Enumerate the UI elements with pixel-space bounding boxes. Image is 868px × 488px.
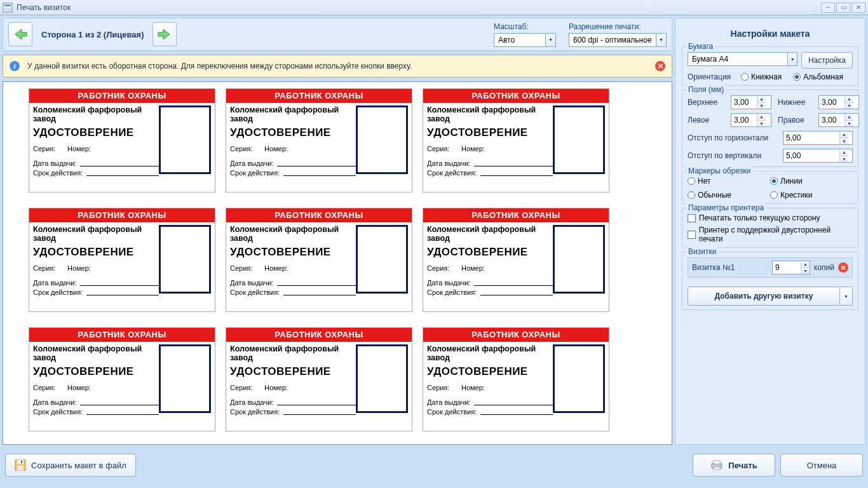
print-current-side-check[interactable]: Печатать только текущую сторону	[688, 214, 820, 222]
card-header: РАБОТНИК ОХРАНЫ	[29, 89, 215, 103]
titlebar: Печать визиток ─ ▭ ✕	[0, 0, 868, 15]
margin-left-input[interactable]: ▲▼	[731, 113, 771, 127]
voffset-label: Отступ по вертикали	[688, 151, 783, 160]
floppy-icon	[15, 459, 26, 471]
svg-point-10	[720, 464, 721, 466]
maximize-button[interactable]: ▭	[836, 3, 850, 13]
scale-dropdown[interactable]: Авто ▼	[494, 33, 556, 47]
paper-value: Бумага А4	[688, 52, 788, 66]
card-company: Коломенский фарфоровый завод	[33, 105, 159, 123]
preview-card: РАБОТНИК ОХРАНЫКоломенский фарфоровый за…	[423, 327, 609, 431]
card-header: РАБОТНИК ОХРАНЫ	[226, 328, 412, 342]
prev-side-button[interactable]	[8, 22, 32, 46]
card-cert: УДОСТОВЕРЕНИЕ	[427, 365, 553, 378]
card-valid-label: Срок действия:	[427, 169, 477, 177]
card-number-label: Номер:	[461, 264, 492, 272]
card-valid-label: Срок действия:	[427, 408, 477, 416]
printer-group: Параметры принтера Печатать только текущ…	[682, 208, 858, 248]
card-photo-box	[356, 105, 408, 174]
orientation-portrait-radio[interactable]: Книжная	[741, 72, 782, 81]
margins-group-label: Поля (мм)	[686, 85, 726, 94]
card-cert: УДОСТОВЕРЕНИЕ	[230, 365, 356, 378]
delete-card-icon[interactable]: ✕	[838, 262, 848, 273]
add-card-dropdown-arrow[interactable]: ▼	[840, 287, 853, 306]
scale-value: Авто	[494, 33, 546, 47]
margin-right-label: Правое	[778, 116, 812, 125]
crop-group-label: Маркеры обрезки	[686, 166, 752, 175]
svg-rect-5	[17, 466, 24, 470]
crop-none-radio[interactable]: Нет	[688, 177, 770, 186]
save-layout-button[interactable]: Сохранить макет в файл	[5, 454, 136, 477]
crop-lines-radio[interactable]: Линии	[770, 177, 853, 186]
close-button[interactable]: ✕	[851, 3, 865, 13]
app-icon	[3, 3, 13, 13]
card-company: Коломенский фарфоровый завод	[33, 344, 159, 362]
card-company: Коломенский фарфоровый завод	[33, 225, 159, 243]
preview-card: РАБОТНИК ОХРАНЫКоломенский фарфоровый за…	[423, 208, 609, 312]
next-side-button[interactable]	[153, 22, 177, 46]
card-serial-label: Серия:	[427, 384, 458, 391]
card-serial-label: Серия:	[230, 264, 261, 272]
window-title: Печать визиток	[17, 3, 71, 12]
card-number-label: Номер:	[67, 145, 98, 152]
crop-crosses-radio[interactable]: Крестики	[770, 191, 853, 200]
arrow-left-icon	[13, 28, 28, 41]
dpi-value: 600 dpi - оптимальное	[569, 33, 656, 47]
card-number-label: Номер:	[67, 264, 98, 272]
card-serial-label: Серия:	[427, 264, 458, 272]
svg-rect-6	[21, 461, 22, 463]
chevron-down-icon[interactable]: ▼	[788, 52, 797, 66]
margin-top-input[interactable]: ▲▼	[731, 95, 771, 109]
card-valid-label: Срок действия:	[427, 288, 477, 296]
preview-card: РАБОТНИК ОХРАНЫКоломенский фарфоровый за…	[226, 208, 412, 312]
voffset-input[interactable]: ▲▼	[783, 149, 853, 163]
preview-card: РАБОТНИК ОХРАНЫКоломенский фарфоровый за…	[29, 208, 215, 312]
close-info-icon[interactable]: ✕	[655, 61, 665, 71]
card-copies-input[interactable]: ▲▼	[772, 261, 810, 274]
card-valid-label: Срок действия:	[33, 288, 83, 296]
card-cert: УДОСТОВЕРЕНИЕ	[33, 246, 159, 259]
card-serial-label: Серия:	[33, 264, 64, 272]
print-preview[interactable]: РАБОТНИК ОХРАНЫКоломенский фарфоровый за…	[3, 81, 672, 445]
card-cert: УДОСТОВЕРЕНИЕ	[427, 246, 553, 259]
footer: Сохранить макет в файл Печать Отмена	[0, 447, 868, 483]
chevron-down-icon[interactable]: ▼	[546, 33, 556, 47]
print-button[interactable]: Печать	[693, 454, 775, 477]
orientation-landscape-radio[interactable]: Альбомная	[793, 72, 843, 81]
minimize-button[interactable]: ─	[821, 3, 835, 13]
card-number-label: Номер:	[264, 384, 295, 391]
cancel-button[interactable]: Отмена	[780, 454, 863, 477]
nav-bar: Сторона 1 из 2 (Лицевая) Масштаб: Авто ▼…	[3, 18, 672, 51]
duplex-printer-check[interactable]: Принтер с поддержкой двусторонней печати	[688, 226, 853, 243]
preview-card: РАБОТНИК ОХРАНЫКоломенский фарфоровый за…	[226, 88, 412, 193]
card-photo-box	[356, 344, 408, 413]
crop-normal-radio[interactable]: Обычные	[688, 191, 770, 200]
margin-bottom-input[interactable]: ▲▼	[818, 95, 859, 109]
orientation-label: Ориентация	[688, 72, 737, 81]
card-issued-label: Дата выдачи:	[427, 159, 470, 167]
add-card-button[interactable]: Добавить другую визитку	[688, 287, 840, 306]
margin-top-label: Верхнее	[688, 98, 724, 107]
chevron-down-icon[interactable]: ▼	[656, 33, 667, 47]
paper-settings-button[interactable]: Настройка	[801, 52, 853, 69]
card-issued-label: Дата выдачи:	[427, 398, 470, 406]
card-photo-box	[553, 225, 605, 294]
card-cert: УДОСТОВЕРЕНИЕ	[33, 365, 159, 378]
dpi-label: Разрешение печати:	[569, 22, 667, 31]
card-issued-label: Дата выдачи:	[427, 279, 470, 287]
dpi-dropdown[interactable]: 600 dpi - оптимальное ▼	[569, 33, 667, 47]
card-issued-label: Дата выдачи:	[230, 398, 273, 406]
paper-dropdown[interactable]: Бумага А4 ▼	[688, 52, 797, 69]
side-indicator: Сторона 1 из 2 (Лицевая)	[41, 30, 144, 39]
card-number-label: Номер:	[67, 384, 98, 391]
svg-rect-1	[4, 4, 11, 6]
card-number-label: Номер:	[264, 145, 295, 152]
hoffset-input[interactable]: ▲▼	[783, 131, 853, 145]
margin-right-input[interactable]: ▲▼	[818, 113, 859, 127]
hoffset-label: Отступ по горизонтали	[688, 133, 783, 142]
card-company: Коломенский фарфоровый завод	[230, 344, 356, 362]
card-company: Коломенский фарфоровый завод	[230, 105, 356, 123]
card-company: Коломенский фарфоровый завод	[427, 225, 553, 243]
info-icon: i	[10, 61, 20, 71]
card-number-label: Номер:	[461, 384, 492, 391]
